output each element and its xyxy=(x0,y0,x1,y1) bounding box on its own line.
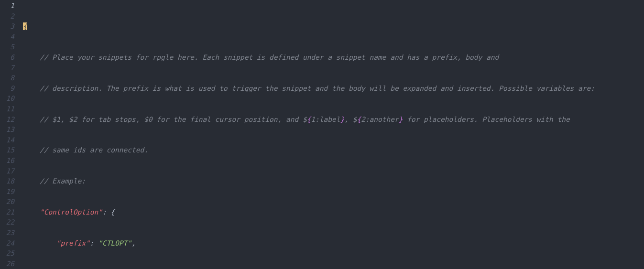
line-number: 14 xyxy=(0,135,14,146)
line-number: 19 xyxy=(0,187,14,197)
line-number: 11 xyxy=(0,104,14,115)
comment-text: // Place your snippets for rpgle here. E… xyxy=(40,54,499,61)
line-number: 23 xyxy=(0,228,14,238)
code-content[interactable]: { // Place your snippets for rpgle here.… xyxy=(23,0,644,269)
line-number: 24 xyxy=(0,238,14,249)
line-number: 2 xyxy=(0,11,14,22)
line-number: 10 xyxy=(0,94,14,104)
line-number: 6 xyxy=(0,53,14,63)
json-key: "prefix" xyxy=(56,239,90,247)
line-number: 21 xyxy=(0,207,14,218)
comment-text: // description. The prefix is what is us… xyxy=(40,85,595,92)
line-number: 22 xyxy=(0,217,14,228)
cursor-selection: { xyxy=(23,22,27,30)
code-editor[interactable]: 1234567891011121314151617181920212223242… xyxy=(0,0,644,269)
json-string: "CTLOPT" xyxy=(98,239,131,247)
comment-text: // $1, $2 for tab stops, $0 for the fina… xyxy=(40,116,574,123)
comment-text: // Example: xyxy=(40,177,86,185)
line-number: 25 xyxy=(0,248,14,259)
line-number: 17 xyxy=(0,166,14,177)
line-number: 20 xyxy=(0,197,14,207)
line-number: 13 xyxy=(0,125,14,135)
line-number: 26 xyxy=(0,259,14,269)
line-number: 1 xyxy=(0,1,14,11)
line-number: 16 xyxy=(0,156,14,166)
line-number: 18 xyxy=(0,176,14,187)
line-number: 9 xyxy=(0,84,14,94)
line-number: 5 xyxy=(0,42,14,53)
line-number: 4 xyxy=(0,32,14,43)
json-key: "ControlOption" xyxy=(40,208,102,216)
line-number-gutter: 1234567891011121314151617181920212223242… xyxy=(0,0,23,269)
line-number: 12 xyxy=(0,115,14,125)
line-number: 7 xyxy=(0,63,14,74)
comment-text: // same ids are connected. xyxy=(40,146,148,154)
line-number: 8 xyxy=(0,73,14,84)
line-number: 15 xyxy=(0,145,14,156)
line-number: 3 xyxy=(0,22,14,32)
